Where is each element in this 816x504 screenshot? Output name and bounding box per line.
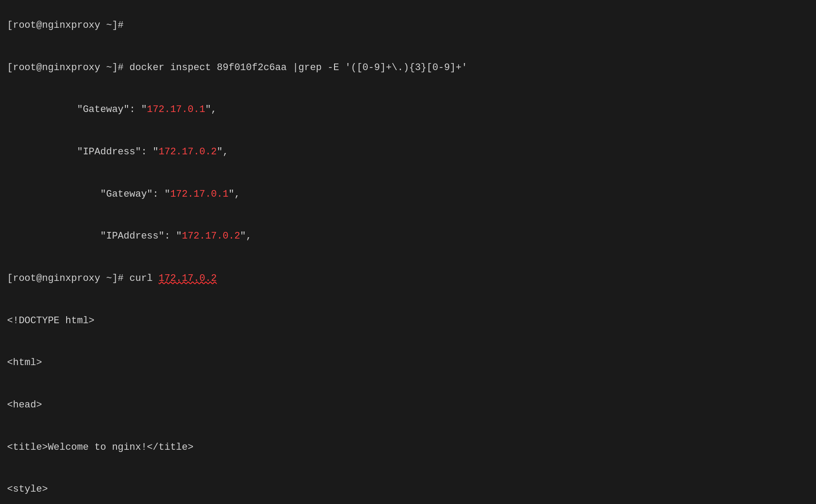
command-curl: [root@nginxproxy ~]# curl 172.17.0.2 <box>7 273 217 284</box>
output-ipaddr1: "IPAddress": "172.17.0.2", <box>7 146 229 157</box>
html-title: <title>Welcome to nginx!</title> <box>7 442 193 453</box>
html-doctype: <!DOCTYPE html> <box>7 315 94 326</box>
command-docker: [root@nginxproxy ~]# docker inspect 89f0… <box>7 62 467 73</box>
output-ipaddr2: "IPAddress": "172.17.0.2", <box>7 231 252 242</box>
output-gateway1: "Gateway": "172.17.0.1", <box>7 104 217 115</box>
html-head: <head> <box>7 399 42 411</box>
html-html: <html> <box>7 357 42 368</box>
prompt-line-1: [root@nginxproxy ~]# <box>7 20 124 31</box>
output-gateway2: "Gateway": "172.17.0.1", <box>7 189 240 200</box>
terminal-window: [root@nginxproxy ~]# [root@nginxproxy ~]… <box>7 4 809 504</box>
html-style: <style> <box>7 484 48 495</box>
